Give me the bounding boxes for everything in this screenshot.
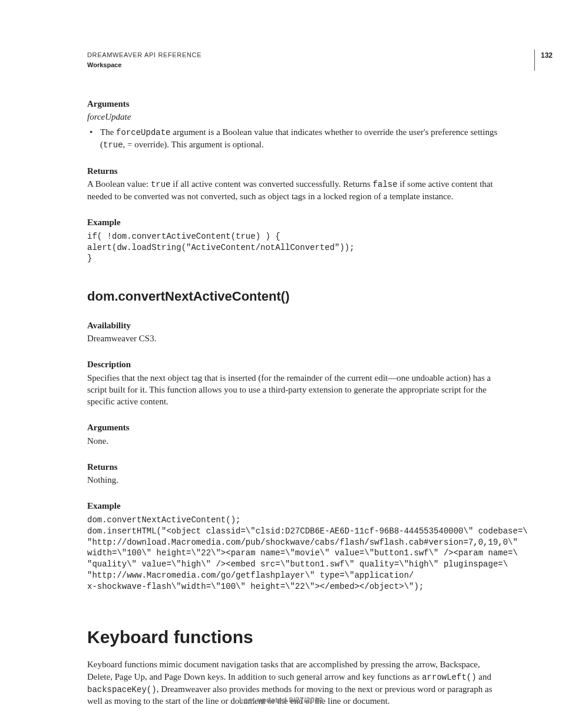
- code-inline: true: [103, 140, 123, 150]
- section-convert-next-active-content: dom.convertNextActiveContent() Availabil…: [87, 288, 498, 592]
- doc-title: DREAMWEAVER API REFERENCE: [87, 51, 498, 60]
- arguments-heading: Arguments: [87, 421, 498, 433]
- returns-heading: Returns: [87, 461, 498, 473]
- chapter-title: Keyboard functions: [87, 625, 498, 650]
- arguments-list: The forceUpdate argument is a Boolean va…: [87, 126, 498, 151]
- availability-heading: Availability: [87, 319, 498, 331]
- example-heading: Example: [87, 216, 498, 228]
- text: , = override). This argument is optional…: [123, 140, 264, 149]
- arguments-heading: Arguments: [87, 98, 498, 110]
- code-inline: arrowLeft(): [422, 673, 476, 682]
- availability-text: Dreamweaver CS3.: [87, 332, 498, 344]
- text: A Boolean value:: [87, 179, 151, 189]
- text: The: [100, 127, 116, 137]
- code-inline: forceUpdate: [116, 128, 170, 137]
- text: Keyboard functions mimic document naviga…: [87, 660, 480, 681]
- arguments-text: None.: [87, 435, 498, 447]
- doc-section: Workspace: [87, 61, 498, 70]
- code-inline: backspaceKey(): [87, 685, 157, 694]
- page-number: 132: [534, 50, 553, 71]
- description-text: Specifies that the next object tag that …: [87, 372, 498, 408]
- list-item: The forceUpdate argument is a Boolean va…: [98, 126, 498, 151]
- code-inline: false: [373, 180, 398, 189]
- example-code-block: if( !dom.convertActiveContent(true) ) { …: [87, 231, 498, 265]
- returns-text: Nothing.: [87, 474, 498, 486]
- example-code-block: dom.convertNextActiveContent(); dom.inse…: [87, 515, 498, 592]
- page-header: DREAMWEAVER API REFERENCE Workspace 132: [87, 51, 498, 70]
- returns-text: A Boolean value: true if all active cont…: [87, 178, 498, 202]
- page-footer: Last updated 8/27/2013: [0, 695, 562, 706]
- returns-heading: Returns: [87, 165, 498, 177]
- example-heading: Example: [87, 500, 498, 512]
- arguments-param: forceUpdate: [87, 111, 498, 123]
- code-inline: true: [151, 180, 171, 189]
- api-function-title: dom.convertNextActiveContent(): [87, 288, 498, 305]
- document-page: DREAMWEAVER API REFERENCE Workspace 132 …: [0, 0, 562, 728]
- text: if all active content was converted succ…: [171, 179, 373, 189]
- description-heading: Description: [87, 358, 498, 370]
- section-prev-function: Arguments forceUpdate The forceUpdate ar…: [87, 98, 498, 265]
- text: and: [477, 672, 491, 681]
